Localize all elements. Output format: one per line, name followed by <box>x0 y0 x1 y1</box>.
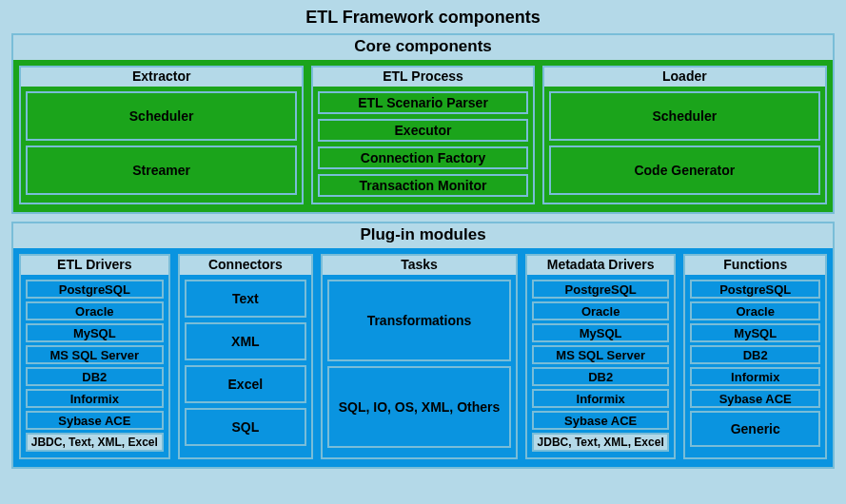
etlprocess-col: ETL Process ETL Scenario Parser Executor… <box>311 66 534 204</box>
etldrivers-item: MySQL <box>26 323 164 342</box>
connectors-item: Text <box>185 280 307 318</box>
main-title: ETL Framework components <box>11 8 835 28</box>
core-header: Core components <box>13 35 833 60</box>
connectors-item: Excel <box>185 365 307 403</box>
tasks-item: Transformations <box>327 280 511 361</box>
core-section: Core components Extractor Scheduler Stre… <box>11 33 835 214</box>
metadata-item: MySQL <box>532 323 670 342</box>
loader-col: Loader Scheduler Code Generator <box>542 66 827 204</box>
functions-item: Oracle <box>690 301 820 320</box>
etlprocess-item: ETL Scenario Parser <box>318 91 527 114</box>
metadata-item: Informix <box>532 389 670 408</box>
functions-item: PostgreSQL <box>690 280 820 299</box>
etlprocess-item: Connection Factory <box>318 146 527 169</box>
plugin-section: Plug-in modules ETL Drivers PostgreSQL O… <box>11 222 835 469</box>
etldrivers-item: Sybase ACE <box>26 411 164 430</box>
etlprocess-item: Executor <box>318 119 527 142</box>
functions-item: Sybase ACE <box>690 389 820 408</box>
etldrivers-item: MS SQL Server <box>26 345 164 364</box>
metadata-header: Metadata Drivers <box>527 256 675 275</box>
metadata-item: DB2 <box>532 367 670 386</box>
loader-header: Loader <box>544 68 825 87</box>
etldrivers-header: ETL Drivers <box>21 256 168 275</box>
etldrivers-item: JBDC, Text, XML, Excel <box>26 433 164 452</box>
etldrivers-item: PostgreSQL <box>26 280 164 299</box>
etldrivers-item: Oracle <box>26 301 164 320</box>
tasks-col: Tasks Transformations SQL, IO, OS, XML, … <box>321 254 518 459</box>
connectors-col: Connectors Text XML Excel SQL <box>178 254 314 459</box>
metadata-col: Metadata Drivers PostgreSQL Oracle MySQL… <box>525 254 677 459</box>
plugin-header: Plug-in modules <box>13 223 833 248</box>
loader-item: Code Generator <box>549 145 820 195</box>
tasks-item: SQL, IO, OS, XML, Others <box>327 366 511 448</box>
etldrivers-item: DB2 <box>26 367 164 386</box>
extractor-item: Scheduler <box>26 91 297 141</box>
connectors-item: XML <box>185 322 307 360</box>
metadata-item: Sybase ACE <box>532 411 670 430</box>
metadata-item: MS SQL Server <box>532 345 670 364</box>
metadata-item: Oracle <box>532 301 670 320</box>
functions-item: Generic <box>690 411 820 447</box>
functions-col: Functions PostgreSQL Oracle MySQL DB2 In… <box>683 254 827 459</box>
extractor-item: Streamer <box>26 145 297 195</box>
extractor-col: Extractor Scheduler Streamer <box>19 66 304 204</box>
connectors-item: SQL <box>185 408 307 446</box>
functions-item: Informix <box>690 367 820 386</box>
metadata-item: PostgreSQL <box>532 280 670 299</box>
tasks-header: Tasks <box>323 256 516 275</box>
metadata-item: JDBC, Text, XML, Excel <box>532 433 670 452</box>
etlprocess-header: ETL Process <box>313 68 532 87</box>
extractor-header: Extractor <box>21 68 302 87</box>
etlprocess-item: Transaction Monitor <box>318 174 527 197</box>
connectors-header: Connectors <box>180 256 312 275</box>
functions-item: DB2 <box>690 345 820 364</box>
etldrivers-col: ETL Drivers PostgreSQL Oracle MySQL MS S… <box>19 254 170 459</box>
functions-header: Functions <box>685 256 825 275</box>
etldrivers-item: Informix <box>26 389 164 408</box>
loader-item: Scheduler <box>549 91 820 141</box>
functions-item: MySQL <box>690 323 820 342</box>
